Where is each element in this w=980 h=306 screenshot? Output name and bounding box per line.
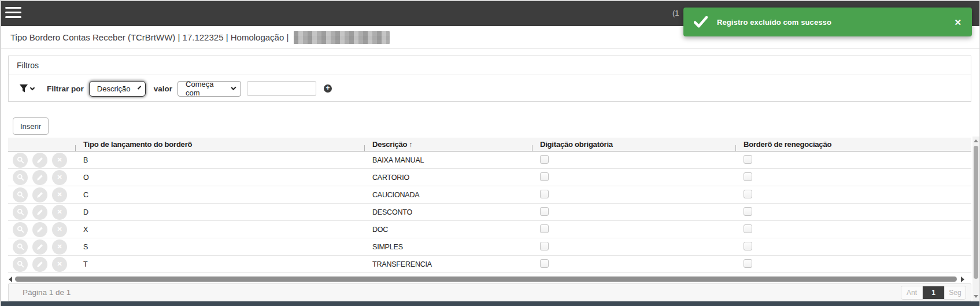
- column-header-tipo[interactable]: Tipo de lançamento do borderô: [75, 138, 364, 151]
- pencil-icon: [36, 209, 43, 216]
- bordero-renegociacao-checkbox[interactable]: [744, 224, 752, 233]
- edit-row-button[interactable]: [32, 257, 47, 272]
- pencil-icon: [36, 261, 43, 268]
- edit-row-button[interactable]: [32, 239, 47, 255]
- vertical-scrollbar[interactable]: [972, 137, 979, 301]
- view-row-button[interactable]: [13, 239, 28, 255]
- delete-row-button[interactable]: ✕: [52, 170, 67, 185]
- page-info: Página 1 de 1: [23, 288, 71, 297]
- pagination-next-button[interactable]: Seg: [944, 286, 966, 299]
- horizontal-scrollbar[interactable]: [8, 276, 971, 283]
- bordero-renegociacao-checkbox[interactable]: [744, 172, 752, 181]
- digitacao-obrigatoria-checkbox[interactable]: [540, 259, 549, 268]
- page-title: Tipo Bordero Contas Receber (TCrBrtWW) |…: [10, 31, 390, 44]
- digitacao-obrigatoria-checkbox[interactable]: [540, 242, 549, 250]
- digitacao-obrigatoria-checkbox[interactable]: [540, 224, 549, 233]
- table-rows: ✕ B BAIXA MANUAL: [8, 152, 971, 273]
- edit-row-button[interactable]: [32, 170, 47, 185]
- digitacao-obrigatoria-checkbox[interactable]: [540, 207, 549, 216]
- cell-bordero: [735, 242, 971, 252]
- insert-button[interactable]: Inserir: [13, 117, 49, 135]
- delete-row-button[interactable]: ✕: [52, 222, 67, 237]
- cell-descricao: DESCONTO: [364, 208, 532, 216]
- filter-operator-select[interactable]: Começa com: [177, 81, 241, 97]
- cell-bordero: [735, 172, 971, 183]
- row-actions: ✕: [8, 239, 75, 255]
- view-row-button[interactable]: [13, 205, 28, 220]
- redacted-user-block: [294, 31, 390, 44]
- grid-footer: Página 1 de 1 Ant 1 Seg: [8, 283, 971, 301]
- x-icon: ✕: [57, 191, 62, 198]
- delete-row-button[interactable]: ✕: [52, 239, 67, 255]
- pencil-icon: [36, 174, 43, 181]
- filter-by-label: Filtrar por: [47, 84, 84, 93]
- view-row-button[interactable]: [13, 187, 28, 202]
- filter-value-input[interactable]: [247, 81, 316, 96]
- horizontal-scrollbar-thumb[interactable]: [15, 276, 957, 282]
- view-row-button[interactable]: [13, 222, 28, 237]
- scroll-right-arrow-icon[interactable]: [961, 276, 964, 282]
- bordero-renegociacao-checkbox[interactable]: [744, 155, 752, 164]
- filter-field-select[interactable]: Descrição: [89, 81, 146, 97]
- row-actions: ✕: [8, 170, 75, 185]
- cell-digitacao: [532, 172, 735, 183]
- cell-bordero: [735, 259, 971, 270]
- add-filter-button[interactable]: +: [324, 84, 332, 93]
- bordero-renegociacao-checkbox[interactable]: [744, 190, 752, 198]
- column-header-bordero[interactable]: Borderô de renegociação: [735, 138, 971, 151]
- pagination-current-page[interactable]: 1: [923, 286, 944, 299]
- hamburger-menu-icon[interactable]: [5, 7, 21, 20]
- cell-descricao: TRANSFERENCIA: [364, 260, 532, 268]
- table-row: ✕ D DESCONTO: [8, 204, 971, 221]
- toast-close-icon[interactable]: ✕: [954, 18, 961, 27]
- table-row: ✕ C CAUCIONADA: [8, 186, 971, 204]
- edit-row-button[interactable]: [32, 153, 47, 168]
- delete-row-button[interactable]: ✕: [52, 153, 67, 168]
- x-icon: ✕: [57, 208, 62, 216]
- pagination-prev-button[interactable]: Ant: [901, 286, 923, 299]
- view-row-button[interactable]: [13, 170, 28, 185]
- cell-descricao: CARTORIO: [364, 174, 532, 182]
- cell-bordero: [735, 190, 971, 200]
- cell-descricao: SIMPLES: [364, 243, 532, 251]
- cell-tipo: X: [75, 226, 364, 234]
- view-row-button[interactable]: [13, 153, 28, 168]
- cell-bordero: [735, 155, 971, 165]
- delete-row-button[interactable]: ✕: [52, 257, 67, 272]
- column-header-descricao[interactable]: Descrição ↑: [364, 138, 532, 151]
- digitacao-obrigatoria-checkbox[interactable]: [540, 172, 549, 181]
- bordero-renegociacao-checkbox[interactable]: [744, 259, 752, 268]
- cell-digitacao: [532, 224, 735, 235]
- delete-row-button[interactable]: ✕: [52, 187, 67, 202]
- view-row-button[interactable]: [13, 257, 28, 272]
- cell-bordero: [735, 224, 971, 235]
- cell-descricao: DOC: [364, 226, 532, 234]
- window-frame-top: [0, 0, 980, 1]
- pencil-icon: [36, 226, 43, 233]
- edit-row-button[interactable]: [32, 187, 47, 202]
- digitacao-obrigatoria-checkbox[interactable]: [540, 155, 549, 164]
- filter-funnel-dropdown[interactable]: [19, 84, 34, 93]
- scroll-down-arrow-icon[interactable]: [974, 295, 978, 298]
- topbar-partial-text: (1: [672, 9, 679, 17]
- x-icon: ✕: [57, 174, 62, 181]
- scroll-left-arrow-icon[interactable]: [9, 276, 12, 282]
- cell-tipo: T: [75, 260, 364, 268]
- delete-row-button[interactable]: ✕: [52, 205, 67, 220]
- edit-row-button[interactable]: [32, 222, 47, 237]
- bordero-renegociacao-checkbox[interactable]: [744, 207, 752, 216]
- row-actions: ✕: [8, 205, 75, 220]
- filter-field-value: Descrição: [97, 84, 131, 93]
- scroll-up-arrow-icon[interactable]: [974, 139, 978, 142]
- bordero-renegociacao-checkbox[interactable]: [744, 242, 752, 250]
- cell-digitacao: [532, 207, 735, 217]
- x-icon: ✕: [57, 260, 62, 268]
- column-header-digitacao[interactable]: Digitação obrigatória: [532, 138, 735, 151]
- cell-digitacao: [532, 155, 735, 165]
- pencil-icon: [36, 191, 43, 198]
- x-icon: ✕: [57, 243, 62, 250]
- magnifier-icon: [17, 226, 24, 233]
- edit-row-button[interactable]: [32, 205, 47, 220]
- vertical-scrollbar-thumb[interactable]: [974, 146, 978, 279]
- digitacao-obrigatoria-checkbox[interactable]: [540, 190, 549, 198]
